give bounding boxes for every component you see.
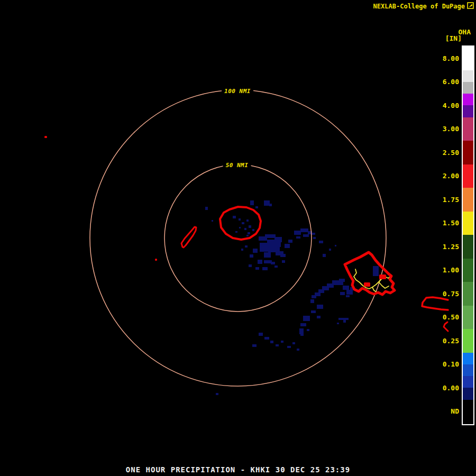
island-molokai-partial — [422, 297, 448, 310]
precip-cell — [262, 267, 268, 270]
precip-cell — [337, 323, 339, 324]
red-mark-oahu-urban-blob-2 — [379, 274, 386, 279]
precip-cell — [276, 344, 279, 346]
precip-cell — [264, 260, 272, 263]
precip-cell — [287, 346, 291, 348]
precip-cell — [343, 320, 346, 323]
precip-cell — [285, 244, 290, 248]
precip-cell — [317, 316, 321, 318]
precip-cell — [335, 245, 336, 246]
precip-cell — [260, 243, 268, 252]
legend-tick: 1.75 — [427, 196, 459, 203]
precip-cell — [373, 266, 379, 276]
precip-cell — [249, 264, 252, 267]
precip-cell — [271, 262, 275, 264]
legend-tick: 2.00 — [427, 172, 459, 179]
precip-cell — [252, 229, 254, 231]
precip-cell — [312, 295, 316, 298]
product-caption: ONE HOUR PRECIPITATION - KHKI 30 DEC 25 … — [126, 465, 350, 474]
legend-tick: 8.00 — [427, 55, 459, 62]
red-mark-speck-west — [44, 136, 47, 138]
precip-cell — [274, 266, 278, 268]
island-niihau — [181, 227, 196, 248]
precip-cell — [212, 220, 213, 222]
precip-cell — [265, 234, 276, 238]
legend-tick: 0.10 — [427, 361, 459, 368]
radar-map — [0, 0, 476, 476]
precip-cell — [300, 323, 306, 326]
precip-cell — [346, 295, 350, 297]
precip-cell — [338, 318, 349, 320]
legend-tick: 0.50 — [427, 314, 459, 321]
precip-cell — [338, 282, 343, 285]
precip-cell — [249, 225, 251, 228]
units-label: [IN] — [445, 34, 462, 42]
precip-cell — [280, 254, 286, 257]
island-lanai-partial — [444, 322, 448, 331]
precip-cell — [269, 204, 272, 206]
red-mark-oahu-urban-blob-1 — [364, 282, 370, 287]
precip-cell — [311, 310, 316, 313]
red-mark-speck-inner — [155, 259, 157, 261]
precip-cell — [282, 260, 285, 263]
precip-cell — [253, 249, 258, 253]
colorbar — [462, 45, 474, 425]
precip-cell — [241, 249, 243, 251]
precip-cell — [248, 232, 250, 234]
legend-tick: 1.25 — [427, 243, 459, 250]
precip-cell — [252, 344, 257, 347]
precip-cell — [323, 254, 326, 257]
precip-cell — [297, 349, 299, 351]
precip-cell — [264, 200, 270, 206]
precip-cell — [246, 219, 249, 222]
island-kauai — [220, 207, 261, 240]
precip-cell — [319, 241, 323, 243]
precip-cell — [340, 292, 345, 295]
precip-cell — [329, 249, 331, 251]
legend-tick: 0.75 — [427, 290, 459, 297]
precip-cell — [233, 216, 236, 218]
precip-cell — [318, 289, 324, 293]
precip-cell — [246, 235, 249, 236]
precip-cell — [303, 234, 309, 237]
legend-tick: 2.50 — [427, 149, 459, 156]
precip-cell — [312, 233, 315, 235]
precip-cell — [255, 206, 258, 208]
legend-tick: ND — [427, 408, 459, 415]
precip-cell — [239, 218, 241, 221]
precip-cell — [239, 227, 241, 228]
precip-cell — [313, 237, 316, 239]
legend-tick: 0.00 — [427, 385, 459, 391]
precip-cell — [235, 231, 237, 233]
precip-cell — [300, 228, 308, 232]
weathervane-icon — [467, 2, 474, 11]
precip-cell — [339, 279, 345, 282]
precip-cell — [296, 236, 300, 239]
credit-text: NEXLAB-College of DuPage — [373, 3, 465, 10]
legend-tick: 1.50 — [427, 219, 459, 226]
precip-cell — [310, 299, 314, 303]
precip-cell — [264, 337, 269, 340]
precip-cell — [300, 333, 304, 336]
legend-tick: 3.00 — [427, 125, 459, 132]
radar-screen: NEXLAB-College of DuPage OHA [IN] 8.006.… — [0, 0, 476, 476]
precip-cell — [343, 286, 349, 290]
precip-cell — [292, 342, 295, 344]
precip-cell — [288, 240, 292, 243]
precip-cell — [307, 329, 309, 331]
range-ring-label-50nmi: 50 NMI — [223, 162, 251, 169]
precip-cell — [244, 228, 246, 230]
precip-cell — [267, 240, 281, 247]
legend-tick: 1.00 — [427, 267, 459, 273]
precip-cell — [250, 200, 254, 205]
precip-cell — [264, 252, 271, 258]
legend-tick: 6.00 — [427, 78, 459, 85]
precip-cell — [258, 260, 262, 264]
precip-cell — [317, 305, 323, 309]
precip-cell — [270, 341, 273, 343]
road-coast-road — [379, 282, 389, 288]
precip-cell — [216, 393, 218, 395]
precip-cell — [303, 316, 310, 321]
range-ring-label-100nmi: 100 NMI — [222, 88, 253, 95]
precip-cell — [245, 245, 248, 248]
